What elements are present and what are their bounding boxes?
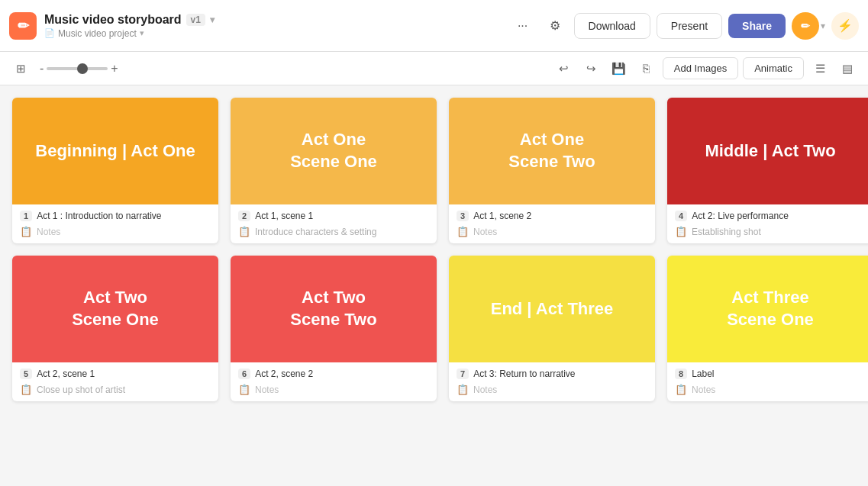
add-images-button[interactable]: Add Images — [663, 57, 738, 79]
card-7[interactable]: End | Act Three 7 Act 3: Return to narra… — [449, 256, 655, 401]
avatar: ✏ — [792, 12, 819, 40]
grid-view-button[interactable]: ⊞ — [9, 57, 32, 80]
header: ✏ Music video storyboard v1 ▾ 📄 Music vi… — [0, 0, 868, 52]
card-number: 3 — [457, 211, 469, 221]
card-scene-label: Act 2, scene 2 — [255, 369, 313, 379]
list-view-button[interactable]: ☰ — [808, 57, 831, 80]
card-info: 7 Act 3: Return to narrative 📋Notes — [449, 362, 655, 401]
card-number: 6 — [238, 369, 250, 379]
card-scene-label: Act 1, scene 1 — [255, 211, 313, 221]
card-8[interactable]: Act ThreeScene One 8 Label 📋Notes — [667, 256, 868, 401]
avatar-group: ✏ ▾ — [792, 12, 825, 40]
card-image: Act TwoScene Two — [231, 256, 437, 362]
card-image-text: Beginning | Act One — [35, 140, 195, 163]
card-image: Middle | Act Two — [667, 98, 868, 204]
note-text: Notes — [473, 227, 497, 237]
card-number: 4 — [675, 211, 687, 221]
card-image-text: Act OneScene Two — [508, 129, 595, 172]
card-scene-label: Act 2, scene 1 — [37, 369, 95, 379]
card-image-text: Act TwoScene One — [72, 287, 159, 330]
header-subtitle: 📄 Music video project ▾ — [44, 28, 215, 39]
note-text: Establishing shot — [692, 227, 761, 237]
card-scene-row: 1 Act 1 : Introduction to narrative — [20, 211, 211, 221]
card-info: 8 Label 📋Notes — [667, 362, 868, 401]
copy-button[interactable]: ⎘ — [635, 57, 658, 80]
note-text: Introduce characters & setting — [255, 227, 376, 237]
card-scene-row: 6 Act 2, scene 2 — [238, 369, 429, 379]
note-text: Notes — [255, 385, 279, 395]
share-button[interactable]: Share — [728, 14, 786, 38]
card-info: 1 Act 1 : Introduction to narrative 📋Not… — [12, 204, 218, 243]
animatic-button[interactable]: Animatic — [743, 57, 804, 79]
card-5[interactable]: Act TwoScene One 5 Act 2, scene 1 📋Close… — [12, 256, 218, 401]
card-scene-row: 3 Act 1, scene 2 — [457, 211, 647, 221]
note-text: Notes — [473, 385, 497, 395]
card-4[interactable]: Middle | Act Two 4 Act 2: Live performan… — [667, 98, 868, 243]
note-icon: 📋 — [457, 226, 469, 237]
card-number: 2 — [238, 211, 250, 221]
card-scene-label: Act 2: Live performance — [692, 211, 789, 221]
card-scene-row: 5 Act 2, scene 1 — [20, 369, 211, 379]
card-info: 4 Act 2: Live performance 📋Establishing … — [667, 204, 868, 243]
note-text: Notes — [692, 385, 715, 395]
note-text: Close up shot of artist — [37, 385, 125, 395]
card-image-text: Act TwoScene Two — [290, 287, 376, 330]
toolbar-right: ↩ ↪ 💾 ⎘ Add Images Animatic ☰ ▤ — [553, 57, 859, 80]
card-note-row: 📋Notes — [675, 384, 866, 395]
subtitle-chevron-icon[interactable]: ▾ — [140, 28, 144, 38]
download-button[interactable]: Download — [574, 13, 650, 39]
card-note-row: 📋Close up shot of artist — [20, 384, 211, 395]
card-number: 5 — [20, 369, 32, 379]
undo-button[interactable]: ↩ — [553, 57, 576, 80]
card-note-row: 📋Notes — [457, 226, 647, 237]
zoom-control: - + — [40, 62, 118, 76]
card-info: 6 Act 2, scene 2 📋Notes — [231, 362, 437, 401]
panel-view-button[interactable]: ▤ — [836, 57, 859, 80]
zoom-slider[interactable] — [47, 67, 108, 70]
card-scene-label: Act 1 : Introduction to narrative — [37, 211, 161, 221]
save-button[interactable]: 💾 — [608, 57, 631, 80]
chevron-down-icon[interactable]: ▾ — [210, 14, 215, 25]
card-2[interactable]: Act OneScene One 2 Act 1, scene 1 📋Intro… — [231, 98, 437, 243]
header-title: Music video storyboard v1 ▾ — [44, 13, 215, 27]
note-icon: 📋 — [675, 226, 687, 237]
card-6[interactable]: Act TwoScene Two 6 Act 2, scene 2 📋Notes — [231, 256, 437, 401]
version-badge[interactable]: v1 — [186, 14, 205, 26]
header-title-group: Music video storyboard v1 ▾ 📄 Music vide… — [44, 13, 215, 39]
card-3[interactable]: Act OneScene Two 3 Act 1, scene 2 📋Notes — [449, 98, 655, 243]
note-icon: 📋 — [457, 384, 469, 395]
note-icon: 📋 — [675, 384, 687, 395]
card-scene-label: Act 3: Return to narrative — [473, 369, 575, 379]
card-image-text: Act OneScene One — [290, 129, 377, 172]
card-info: 2 Act 1, scene 1 📋Introduce characters &… — [231, 204, 437, 243]
redo-button[interactable]: ↪ — [580, 57, 603, 80]
note-icon: 📋 — [20, 384, 32, 395]
note-icon: 📋 — [238, 226, 250, 237]
card-image-text: Middle | Act Two — [705, 140, 835, 163]
zoom-minus-button[interactable]: - — [40, 62, 44, 76]
zoom-plus-button[interactable]: + — [111, 62, 118, 76]
card-image: Act OneScene One — [231, 98, 437, 204]
card-scene-label: Act 1, scene 2 — [473, 211, 531, 221]
subtitle-text: Music video project — [58, 28, 137, 39]
card-number: 1 — [20, 211, 32, 221]
card-image: Act TwoScene One — [12, 256, 218, 362]
settings-button[interactable]: ⚙ — [542, 13, 568, 39]
card-1[interactable]: Beginning | Act One 1 Act 1 : Introducti… — [12, 98, 218, 243]
lightning-button[interactable]: ⚡ — [831, 12, 859, 40]
card-note-row: 📋Notes — [457, 384, 647, 395]
card-image-text: Act ThreeScene One — [727, 287, 814, 330]
card-image: End | Act Three — [449, 256, 655, 362]
card-image: Act OneScene Two — [449, 98, 655, 204]
card-number: 7 — [457, 369, 469, 379]
card-note-row: 📋Establishing shot — [675, 226, 866, 237]
present-button[interactable]: Present — [657, 13, 722, 39]
card-scene-row: 8 Label — [675, 369, 866, 379]
avatar-chevron-icon[interactable]: ▾ — [821, 21, 825, 31]
card-image: Act ThreeScene One — [667, 256, 868, 362]
more-options-button[interactable]: ··· — [510, 13, 536, 39]
toolbar: ⊞ - + ↩ ↪ 💾 ⎘ Add Images Animatic ☰ ▤ — [0, 52, 868, 85]
card-scene-label: Label — [692, 369, 714, 379]
note-icon: 📋 — [238, 384, 250, 395]
card-number: 8 — [675, 369, 687, 379]
